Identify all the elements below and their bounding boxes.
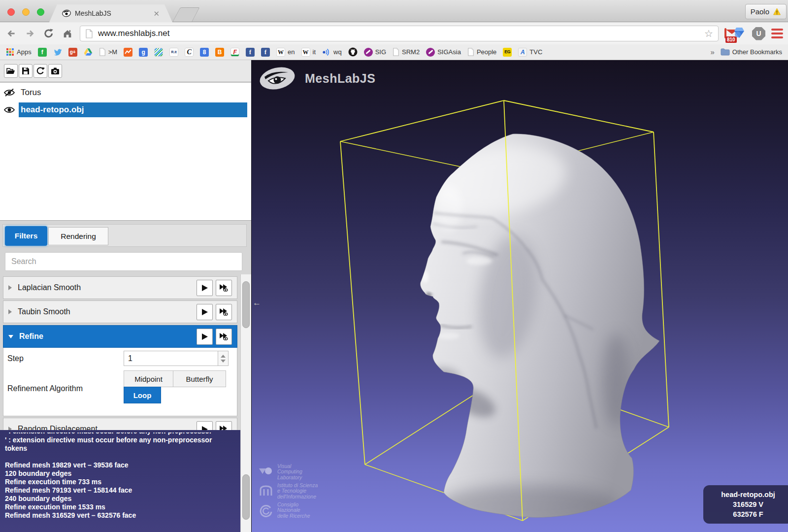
collapse-arrow-icon[interactable] <box>8 335 13 338</box>
filter-row-taubin-smooth[interactable]: Taubin Smooth <box>3 300 237 323</box>
bookmark-tvc[interactable]: A TVC <box>518 48 542 57</box>
close-window-button[interactable] <box>7 8 15 16</box>
bookmark-analytics[interactable] <box>124 48 132 57</box>
bookmark-sigasia[interactable]: SIGAsia <box>426 48 461 57</box>
butterfly-button[interactable]: Butterfly <box>173 370 226 387</box>
gem-extension-icon[interactable] <box>732 26 746 41</box>
back-button[interactable] <box>5 27 18 40</box>
expand-arrow-icon[interactable] <box>8 309 12 314</box>
bookmark-wikipedia-en[interactable]: W en <box>276 48 295 57</box>
bookmark-google-drive[interactable] <box>84 48 93 56</box>
bookmark-feedly[interactable]: f <box>38 48 47 57</box>
apply-preview-button[interactable] <box>216 304 232 320</box>
head-mesh <box>420 134 659 527</box>
bookmark-repubblica[interactable]: R.it <box>169 48 178 57</box>
bookmarks-overflow-chevron[interactable]: » <box>711 48 715 56</box>
layer-row-torus[interactable]: Torus <box>0 84 251 101</box>
bookmark-facebook-1[interactable]: f <box>246 48 255 57</box>
eye-slash-icon[interactable] <box>0 84 19 101</box>
google-8-icon: 8 <box>200 48 209 57</box>
layer-row-head-retopo[interactable]: head-retopo.obj <box>0 101 251 118</box>
bookmark-apps[interactable]: Apps <box>6 48 32 56</box>
profile-name: Paolo <box>751 7 769 16</box>
corriere-icon: C <box>185 48 194 57</box>
expand-arrow-icon[interactable] <box>8 285 12 290</box>
collapse-panel-arrow[interactable]: ← <box>253 299 261 307</box>
zoom-window-button[interactable] <box>37 8 44 16</box>
save-file-button[interactable] <box>19 64 33 78</box>
bookmark-github[interactable] <box>348 47 358 57</box>
bookmark-facebook-2[interactable]: f <box>261 48 270 57</box>
step-input[interactable] <box>124 351 218 366</box>
page-icon <box>85 29 93 38</box>
bookmark-google[interactable]: g <box>139 48 148 57</box>
apply-preview-button[interactable] <box>216 280 232 296</box>
tvc-icon: A <box>518 48 527 57</box>
google-drive-icon <box>84 48 93 56</box>
home-button[interactable] <box>61 27 74 40</box>
bookmark-srm2[interactable]: SRM2 <box>393 48 420 56</box>
apply-filter-button[interactable] <box>197 280 213 296</box>
bookmark-eurographics[interactable]: EG <box>503 48 512 57</box>
eurographics-icon: EG <box>503 48 512 57</box>
mesh-filename: head-retopo.obj <box>710 490 786 499</box>
eye-icon[interactable] <box>0 101 19 118</box>
apply-preview-button[interactable] <box>216 329 232 345</box>
url-bar[interactable]: www.meshlabjs.net ☆ <box>80 26 719 41</box>
bookmark-wq[interactable]: wq <box>322 48 342 56</box>
url-text: www.meshlabjs.net <box>98 29 699 38</box>
filter-row-laplacian-smooth[interactable]: Laplacian Smooth <box>3 276 237 299</box>
bookmark-google-8[interactable]: 8 <box>200 48 209 57</box>
bookmark-trenitalia[interactable]: F <box>230 48 239 57</box>
wikipedia-icon: W <box>301 48 310 57</box>
credit-cnr: Consiglio Nazionale delle Ricerche <box>259 501 318 519</box>
bookmark-wikipedia-it[interactable]: W it <box>301 48 316 57</box>
reload-button[interactable] <box>42 27 55 40</box>
profile-button[interactable]: Paolo <box>745 4 787 19</box>
log-line: Refined mesh 19829 vert – 39536 face <box>5 461 235 469</box>
bookmark-blogger[interactable]: B <box>215 48 224 57</box>
new-tab-button[interactable] <box>172 7 199 22</box>
loop-button[interactable]: Loop <box>124 387 161 403</box>
bookmark-google-plus[interactable]: g+ <box>68 48 77 57</box>
snapshot-button[interactable] <box>48 64 62 78</box>
step-spinner[interactable] <box>218 351 229 366</box>
viewport-canvas[interactable] <box>252 60 788 532</box>
midpoint-button[interactable]: Midpoint <box>124 370 173 387</box>
bookmark-corriere[interactable]: C <box>185 48 194 57</box>
tab-title: MeshLabJS <box>75 9 111 17</box>
doc-icon <box>393 48 399 56</box>
log-line: Refined mesh 79193 vert – 158144 face <box>5 486 235 495</box>
filter-row-refine[interactable]: Refine <box>3 325 237 348</box>
tab-meshlabjs[interactable]: MeshLabJS ✕ <box>49 4 172 22</box>
siggraph-icon <box>364 48 373 57</box>
open-file-button[interactable] <box>4 64 18 78</box>
apply-filter-button[interactable] <box>197 304 213 320</box>
browser-menu-icon[interactable] <box>771 29 783 38</box>
bookmark-people[interactable]: People <box>467 48 496 56</box>
warning-icon <box>773 8 781 15</box>
forward-button[interactable] <box>24 27 36 40</box>
gmail-extension-icon[interactable]: 810 <box>724 29 726 38</box>
tab-close-icon[interactable]: ✕ <box>153 10 160 17</box>
bookmark-sig[interactable]: SIG <box>364 48 386 57</box>
bookmark-other-bookmarks[interactable]: Other Bookmarks <box>721 48 782 56</box>
filter-search-input[interactable] <box>5 252 242 271</box>
scrollbar-thumb[interactable] <box>242 474 250 520</box>
tab-filters[interactable]: Filters <box>5 226 47 246</box>
reload-mesh-button[interactable] <box>33 64 47 78</box>
bookmark-star-icon[interactable]: ☆ <box>704 29 713 38</box>
scrollbar-thumb[interactable] <box>242 281 250 328</box>
ublock-extension-icon[interactable]: U <box>752 27 765 40</box>
apps-grid-icon <box>6 48 14 56</box>
panel-scrollbar[interactable] <box>240 274 251 532</box>
folder-icon <box>721 48 730 56</box>
log-line <box>5 453 235 461</box>
minimize-window-button[interactable] <box>22 8 30 16</box>
bookmark-twitter[interactable] <box>53 48 62 56</box>
apply-filter-button[interactable] <box>197 329 213 345</box>
mesh-info-box: head-retopo.obj 316529 V 632576 F <box>703 485 788 524</box>
bookmark-stripes[interactable] <box>154 48 163 57</box>
bookmark-m[interactable]: >M <box>99 48 117 56</box>
tab-rendering[interactable]: Rendering <box>48 227 108 245</box>
